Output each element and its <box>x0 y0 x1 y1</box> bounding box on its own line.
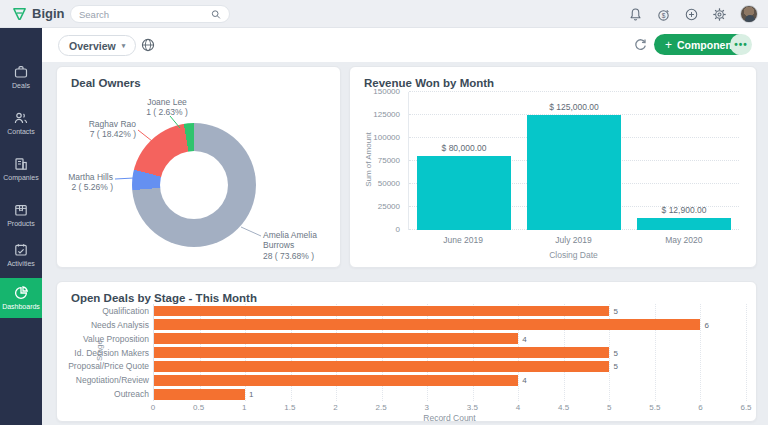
chart-title: Open Deals by Stage - This Month <box>71 292 257 304</box>
stage-category-label: Proposal/Price Quote <box>57 359 149 373</box>
revenue-bar[interactable] <box>417 156 512 230</box>
slice-value: 1 ( 2.63% ) <box>127 107 207 117</box>
stage-category-label: Negotiation/Review <box>57 373 149 387</box>
shared-globe-icon[interactable] <box>141 38 155 52</box>
search-bar[interactable] <box>70 5 230 23</box>
y-tick-label: 50000 <box>378 179 400 188</box>
sidebar-item-label: Deals <box>0 82 42 89</box>
bar-value-label: $ 80,000.00 <box>442 143 487 153</box>
stage-bar[interactable] <box>154 389 245 400</box>
bar-value-label: 5 <box>613 362 617 371</box>
stage-row: 5 <box>154 304 746 318</box>
settings-gear-icon[interactable] <box>712 7 727 22</box>
stage-row: 4 <box>154 373 746 387</box>
bar-value-label: 5 <box>613 348 617 357</box>
bar-value-label: 4 <box>522 334 526 343</box>
x-tick-label: 3 <box>424 403 428 412</box>
y-tick-label: 125000 <box>373 110 400 119</box>
stage-labels: QualificationNeeds AnalysisValue Proposi… <box>57 304 149 401</box>
user-avatar[interactable] <box>740 5 758 23</box>
slice-owner-name: Raghav Rao <box>57 119 136 129</box>
sidebar-item-label: Companies <box>0 174 42 181</box>
brand-name: Bigin <box>32 6 65 21</box>
x-tick-label: 0 <box>151 403 155 412</box>
donut-slice-label: Raghav Rao 7 ( 18.42% ) <box>57 119 136 140</box>
sidebar-item-deals[interactable]: Deals <box>0 64 42 89</box>
brand[interactable]: Bigin <box>12 6 65 21</box>
sidebar-item-dashboards[interactable]: Dashboards <box>0 278 42 318</box>
donut-slice-label: Joane Lee 1 ( 2.63% ) <box>127 97 207 118</box>
stage-row: 4 <box>154 332 746 346</box>
sidebar-item-activities[interactable]: Activities <box>0 242 42 267</box>
x-tick-label: 2 <box>333 403 337 412</box>
companies-icon <box>13 156 29 172</box>
bar-value-label: 6 <box>704 320 708 329</box>
stage-row: 5 <box>154 359 746 373</box>
x-tick-label: 4.5 <box>558 403 569 412</box>
add-circle-icon[interactable] <box>684 7 699 22</box>
sidebar-item-products[interactable]: Products <box>0 202 42 227</box>
x-tick-label: 5.5 <box>649 403 660 412</box>
revenue-plot-area: $ 80,000.00$ 125,000.00$ 12,900.00 <box>408 92 739 230</box>
bar-slot: $ 125,000.00 <box>519 92 629 230</box>
revenue-xlabels: June 2019July 2019May 2020 <box>408 235 739 245</box>
x-tick-label: 6.5 <box>740 403 751 412</box>
x-tick-label: 4 <box>516 403 520 412</box>
revenue-bar[interactable] <box>527 115 622 230</box>
y-tick-label: 0 <box>396 225 400 234</box>
search-input[interactable] <box>79 9 211 20</box>
y-tick-label: 100000 <box>373 133 400 142</box>
search-icon <box>211 9 221 20</box>
main-content: Overview ▾ + Component ••• Deal Owners <box>42 28 768 425</box>
donut-ring[interactable] <box>132 123 256 247</box>
dashboard-view-label: Overview <box>69 40 116 52</box>
stage-category-label: Outreach <box>57 387 149 401</box>
bar-value-label: $ 125,000.00 <box>549 102 599 112</box>
stage-row: 6 <box>154 318 746 332</box>
y-tick-label: 25000 <box>378 202 400 211</box>
svg-text:$: $ <box>662 11 666 18</box>
slice-owner-name: Joane Lee <box>127 97 207 107</box>
more-options-button[interactable]: ••• <box>730 34 752 55</box>
stage-bar[interactable] <box>154 306 609 317</box>
stage-bar[interactable] <box>154 319 700 330</box>
stage-category-label: Needs Analysis <box>57 318 149 332</box>
x-tick-label: 0.5 <box>193 403 204 412</box>
sidebar-item-companies[interactable]: Companies <box>0 156 42 181</box>
refresh-icon[interactable] <box>634 38 647 51</box>
deals-icon <box>13 64 29 80</box>
donut-slice-label: Martha Hills 2 ( 5.26% ) <box>57 172 113 193</box>
chart-title: Deal Owners <box>71 77 141 89</box>
bar-value-label: 1 <box>249 390 253 399</box>
x-axis-title: Closing Date <box>408 250 739 260</box>
stage-bar[interactable] <box>154 375 518 386</box>
x-tick-label: 6 <box>698 403 702 412</box>
revenue-won-card: Revenue Won by Month Sum of Amount 02500… <box>349 66 757 268</box>
sidebar-item-label: Contacts <box>0 128 42 135</box>
sidebar-item-label: Activities <box>0 260 42 267</box>
dashboard-toolbar: Overview ▾ + Component ••• <box>42 28 768 62</box>
trial-timer-icon[interactable]: $ <box>656 7 671 22</box>
stage-bar[interactable] <box>154 347 609 358</box>
products-icon <box>13 202 29 218</box>
slice-value: 2 ( 5.26% ) <box>57 182 113 192</box>
open-deals-stage-card: Open Deals by Stage - This Month Stage Q… <box>56 281 757 422</box>
stage-category-label: Value Proposition <box>57 332 149 346</box>
contacts-icon <box>13 110 29 126</box>
notification-bell-icon[interactable] <box>628 7 643 22</box>
stage-rows: 5645541 <box>154 304 746 401</box>
stage-xticks: 00.511.522.533.544.555.566.5 <box>153 403 746 413</box>
y-tick-label: 75000 <box>378 156 400 165</box>
bar-value-label: 5 <box>613 306 617 315</box>
revenue-bars: $ 80,000.00$ 125,000.00$ 12,900.00 <box>409 92 739 230</box>
dashboard-view-selector[interactable]: Overview ▾ <box>58 35 136 56</box>
sidebar: Deals Contacts Companies <box>0 28 42 425</box>
x-category-label: June 2019 <box>408 235 518 245</box>
sidebar-item-contacts[interactable]: Contacts <box>0 110 42 135</box>
revenue-bar[interactable] <box>637 218 732 230</box>
topbar-icons: $ <box>628 0 758 28</box>
stage-bar[interactable] <box>154 333 518 344</box>
x-tick-label: 1 <box>242 403 246 412</box>
stage-bar[interactable] <box>154 361 609 372</box>
stage-row: 5 <box>154 346 746 360</box>
